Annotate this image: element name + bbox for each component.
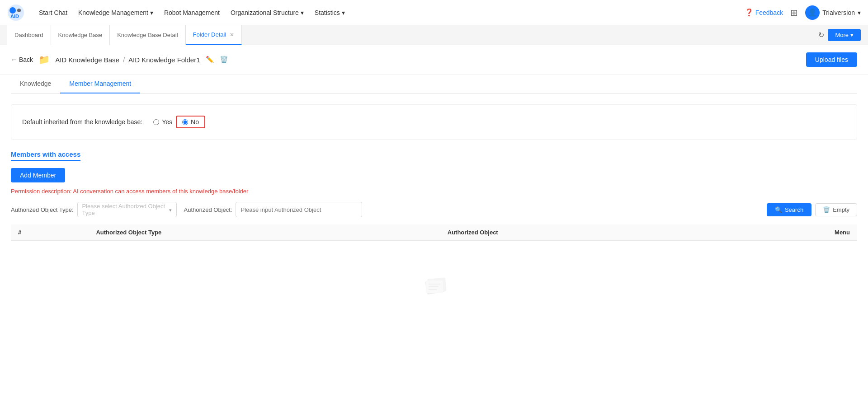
inherit-radio-group: Default inherited from the knowledge bas… [22,116,846,128]
nav-organizational-structure[interactable]: Organizational Structure ▾ [231,9,304,16]
tab-knowledge[interactable]: Knowledge [11,75,60,93]
search-icon: 🔍 [775,206,782,213]
breadcrumb: AID Knowledge Base / AID Knowledge Folde… [55,56,228,64]
radio-yes-input[interactable] [153,119,159,125]
tab-knowledge-base-detail[interactable]: Knowledge Base Detail [110,25,185,45]
inherit-settings-card: Default inherited from the knowledge bas… [11,104,857,140]
tab-member-management[interactable]: Member Management [60,75,140,93]
translate-icon[interactable]: ⊞ [790,7,798,18]
filter-actions: 🔍 Search 🗑️ Empty [767,203,857,216]
members-section: Members with access Add Member Permissio… [11,147,857,331]
svg-point-1 [9,7,16,14]
dropdown-chevron-icon [169,206,172,213]
authorized-object-input[interactable] [236,202,362,217]
chevron-down-icon: ▾ [850,32,854,38]
radio-no-input[interactable] [182,119,188,125]
inherit-label: Default inherited from the knowledge bas… [22,118,142,126]
more-button[interactable]: More ▾ [828,29,861,41]
tabs-bar: Dashboard Knowledge Base Knowledge Base … [0,25,868,45]
radio-no-box: No [176,116,205,128]
edit-icon[interactable]: ✏️ [206,56,214,64]
nav-right: ❓ Feedback ⊞ 👤 Trialversion ▾ [745,5,861,20]
tab-knowledge-base[interactable]: Knowledge Base [51,25,110,45]
filter-authorized-type: Authorized Object Type: Please select Au… [11,202,177,217]
empty-state [11,241,857,331]
radio-yes[interactable]: Yes [153,118,172,126]
back-button[interactable]: ← Back [11,56,33,63]
avatar: 👤 [805,5,820,20]
filter-row: Authorized Object Type: Please select Au… [11,202,857,217]
members-table: # Authorized Object Type Authorized Obje… [11,224,857,241]
nav-statistics[interactable]: Statistics ▾ [315,9,345,16]
refresh-icon[interactable]: ↻ [818,31,824,39]
user-menu[interactable]: 👤 Trialversion ▾ [805,5,861,20]
empty-button[interactable]: 🗑️ Empty [815,203,857,216]
tab-folder-detail[interactable]: Folder Detail ✕ [186,25,242,45]
search-button[interactable]: 🔍 Search [767,203,811,216]
tab-close-icon[interactable]: ✕ [230,32,234,38]
col-menu: Menu [726,224,857,241]
delete-icon[interactable]: 🗑️ [220,56,228,64]
permission-description: Permission description: AI conversation … [11,188,857,195]
tab-dashboard[interactable]: Dashboard [7,25,51,45]
user-label: Trialversion [822,9,855,16]
breadcrumb-root[interactable]: AID Knowledge Base [55,56,119,64]
folder-icon: 📁 [38,54,50,65]
chevron-down-icon: ▾ [858,9,861,16]
col-number: # [11,224,89,241]
section-title: Members with access [11,150,80,161]
page-header: ← Back 📁 AID Knowledge Base / AID Knowle… [0,45,868,75]
upload-files-button[interactable]: Upload files [806,52,857,67]
nav-knowledge-management[interactable]: Knowledge Management ▾ [78,9,153,16]
breadcrumb-current: AID Knowledge Folder1 [128,56,200,64]
breadcrumb-separator: / [123,56,125,64]
nav-robot-management[interactable]: Robot Management [164,9,220,16]
logo: AID [7,4,24,21]
empty-illustration [416,268,452,304]
main-content: ← Back 📁 AID Knowledge Base / AID Knowle… [0,45,868,420]
content-area: Knowledge Member Management Default inhe… [0,75,868,342]
col-authorized-object: Authorized Object [440,224,726,241]
add-member-button[interactable]: Add Member [11,168,65,182]
question-icon: ❓ [745,8,754,17]
col-authorized-object-type: Authorized Object Type [89,224,440,241]
feedback-button[interactable]: ❓ Feedback [745,8,783,17]
radio-no[interactable]: No [182,118,199,126]
authorized-object-label: Authorized Object: [184,206,232,213]
authorized-type-select[interactable]: Please select Authorized Object Type [77,202,177,217]
chevron-down-icon: ▾ [301,9,304,16]
table-header: # Authorized Object Type Authorized Obje… [11,224,857,241]
back-arrow-icon: ← [11,56,17,63]
svg-point-2 [17,9,21,12]
filter-authorized-object: Authorized Object: [184,202,363,217]
chevron-down-icon: ▾ [150,9,153,16]
top-nav: AID Start Chat Knowledge Management ▾ Ro… [0,0,868,25]
svg-text:AID: AID [10,14,19,19]
inner-tabs: Knowledge Member Management [11,75,857,93]
tabs-right: ↻ More ▾ [818,29,861,41]
authorized-type-label: Authorized Object Type: [11,206,74,213]
trash-icon: 🗑️ [823,206,830,213]
chevron-down-icon: ▾ [342,9,345,16]
nav-start-chat[interactable]: Start Chat [39,9,67,16]
